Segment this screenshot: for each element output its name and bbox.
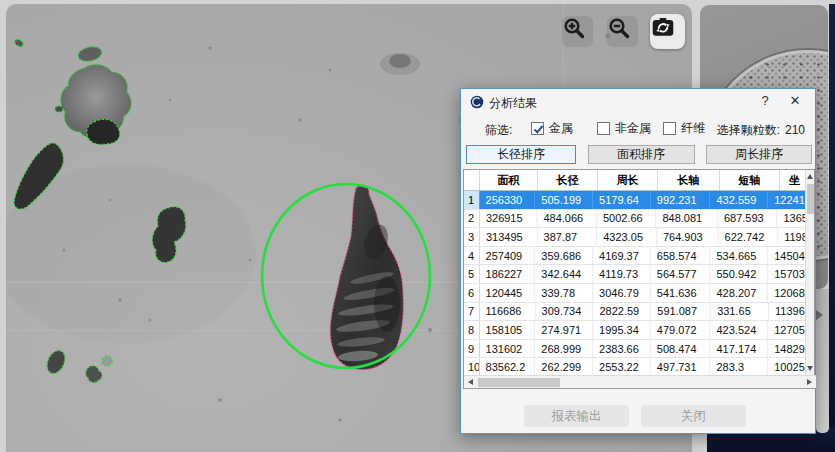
camera-refresh-icon — [650, 14, 676, 40]
close-icon[interactable]: ✕ — [787, 93, 803, 108]
row-number: 7 — [464, 303, 480, 321]
horizontal-scroll-thumb[interactable] — [478, 378, 560, 387]
table-cell: 658.574 — [651, 247, 711, 265]
camera-refresh-button[interactable] — [650, 14, 685, 49]
table-cell: 564.577 — [651, 265, 711, 283]
table-row[interactable]: 2326915484.0665002.66848.081687.59313653 — [464, 210, 814, 229]
scroll-up-icon[interactable] — [807, 174, 813, 179]
sort-button-2[interactable]: 周长排序 — [706, 145, 812, 164]
table-cell: 326915 — [480, 210, 538, 228]
app-logo-icon — [470, 95, 484, 109]
column-header-4[interactable]: 短轴 — [720, 170, 780, 190]
filter-options: 金属非金属纤维 — [531, 120, 729, 137]
row-number: 2 — [464, 210, 480, 228]
table-cell: 120445 — [480, 284, 536, 302]
checkbox-checked-icon[interactable] — [531, 122, 544, 135]
table-cell: 342.644 — [535, 265, 593, 283]
table-cell: 313495 — [480, 228, 538, 246]
row-number: 8 — [464, 321, 480, 339]
scroll-right-icon[interactable] — [807, 379, 812, 385]
table-cell: 4119.73 — [593, 265, 651, 283]
magnifier-plus-icon — [562, 16, 586, 40]
column-header-0[interactable]: 面积 — [480, 170, 538, 190]
table-cell: 622.742 — [719, 228, 779, 246]
sort-buttons: 长径排序面积排序周长排序 — [466, 145, 812, 164]
sort-button-1[interactable]: 面积排序 — [588, 145, 695, 164]
table-cell: 417.174 — [710, 340, 768, 358]
table-cell: 428.207 — [710, 284, 768, 302]
table-cell: 257409 — [480, 247, 536, 265]
table-cell: 4323.05 — [597, 228, 657, 246]
row-number: 3 — [464, 228, 480, 246]
table-cell: 2822.59 — [593, 303, 651, 321]
table-cell: 534.665 — [710, 247, 768, 265]
sort-button-0[interactable]: 长径排序 — [466, 145, 576, 164]
filter-checkbox-0[interactable]: 金属 — [531, 120, 597, 137]
row-number: 10 — [464, 358, 480, 376]
table-cell: 262.299 — [535, 358, 593, 376]
table-cell: 484.066 — [537, 210, 597, 228]
table-row[interactable]: 1256330505.1995179.64992.231432.55912241… — [464, 191, 814, 210]
dialog-titlebar[interactable]: 分析结果 ? ✕ — [461, 89, 815, 115]
table-cell: 186227 — [480, 265, 536, 283]
table-cell: 550.942 — [710, 265, 768, 283]
scroll-down-icon[interactable] — [807, 366, 813, 371]
table-cell: 2553.22 — [593, 358, 651, 376]
vertical-scroll-thumb[interactable] — [807, 184, 814, 214]
particle-count-label: 选择颗粒数: — [717, 123, 780, 137]
table-header: 面积长径周长长轴短轴坐 — [464, 170, 814, 191]
table-cell: 505.199 — [535, 191, 593, 209]
table-cell: 309.734 — [536, 303, 594, 321]
table-cell: 339.78 — [535, 284, 593, 302]
table-row[interactable]: 5186227342.6444119.73564.577550.94215703… — [464, 265, 814, 284]
table-cell: 687.593 — [718, 210, 778, 228]
table-row[interactable]: 3313495387.874323.05764.903622.74211985 — [464, 228, 814, 247]
table-cell: 3046.79 — [593, 284, 651, 302]
table-row[interactable]: 7116686309.7342822.59591.087331.6511396.… — [464, 303, 814, 322]
particle-count-value: 210 — [785, 123, 805, 137]
table-cell: 1995.34 — [593, 321, 651, 339]
table-cell: 479.072 — [651, 321, 711, 339]
table-cell: 5179.64 — [593, 191, 651, 209]
table-cell: 359.686 — [535, 247, 593, 265]
table-cell: 764.903 — [657, 228, 719, 246]
report-output-button[interactable]: 报表输出 — [524, 405, 629, 427]
table-cell: 256330 — [480, 191, 536, 209]
table-cell: 2383.66 — [593, 340, 651, 358]
table-cell: 331.65 — [711, 303, 769, 321]
checkbox-unchecked-icon[interactable] — [597, 122, 610, 135]
table-cell: 423.524 — [710, 321, 768, 339]
results-table: 面积长径周长长轴短轴坐 1256330505.1995179.64992.231… — [463, 169, 815, 389]
row-number: 9 — [464, 340, 480, 358]
table-cell: 4169.37 — [593, 247, 651, 265]
checkbox-label: 非金属 — [615, 120, 651, 137]
zoom-in-button[interactable] — [562, 16, 593, 47]
scroll-left-icon[interactable] — [468, 379, 473, 385]
app-background-strip — [829, 4, 835, 452]
checkbox-unchecked-icon[interactable] — [663, 122, 676, 135]
filter-label: 筛选: — [485, 122, 512, 139]
help-button[interactable]: ? — [757, 93, 773, 108]
table-cell: 268.999 — [535, 340, 593, 358]
filter-checkbox-1[interactable]: 非金属 — [597, 120, 663, 137]
table-cell: 5002.66 — [597, 210, 657, 228]
table-cell: 83562.2 — [480, 358, 536, 376]
table-cell: 591.087 — [651, 303, 711, 321]
horizontal-scrollbar[interactable] — [464, 375, 816, 388]
vertical-scrollbar[interactable] — [805, 170, 814, 375]
column-header-2[interactable]: 周长 — [598, 170, 658, 190]
table-cell: 541.636 — [651, 284, 711, 302]
table-row[interactable]: 8158105274.9711995.34479.072423.52412705… — [464, 321, 814, 340]
checkbox-label: 纤维 — [681, 120, 705, 137]
column-header-1[interactable]: 长径 — [538, 170, 598, 190]
table-row[interactable]: 9131602268.9992383.66508.474417.17414829… — [464, 340, 814, 359]
particle-count: 选择颗粒数:210 — [717, 122, 805, 139]
table-cell: 283.3 — [710, 358, 768, 376]
column-header-3[interactable]: 长轴 — [658, 170, 720, 190]
zoom-out-button[interactable] — [607, 16, 638, 47]
dialog-close-button[interactable]: 关闭 — [641, 405, 746, 427]
table-row[interactable]: 6120445339.783046.79541.636428.20712068.… — [464, 284, 814, 303]
table-row[interactable]: 4257409359.6864169.37658.574534.66514504… — [464, 247, 814, 266]
row-number: 4 — [464, 247, 480, 265]
row-number: 5 — [464, 265, 480, 283]
